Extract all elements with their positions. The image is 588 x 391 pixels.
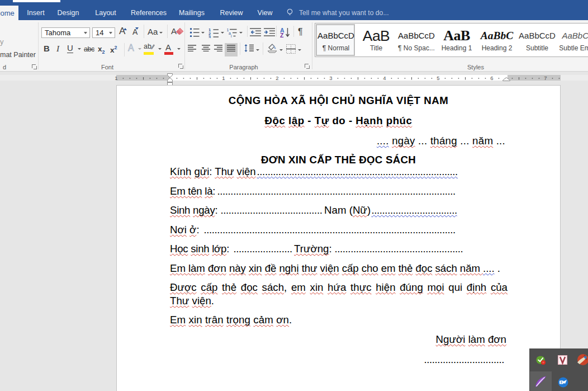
svg-text:6: 6 (490, 75, 493, 81)
svg-text:2: 2 (276, 75, 278, 81)
svg-text:4: 4 (383, 75, 386, 81)
svg-text:3: 3 (208, 34, 211, 38)
svg-text:7: 7 (544, 75, 547, 81)
svg-text:5: 5 (437, 75, 439, 81)
svg-text:1: 1 (222, 75, 225, 81)
svg-text:1: 1 (115, 75, 117, 81)
svg-text:3: 3 (329, 75, 332, 81)
svg-text:i: i (231, 34, 232, 37)
